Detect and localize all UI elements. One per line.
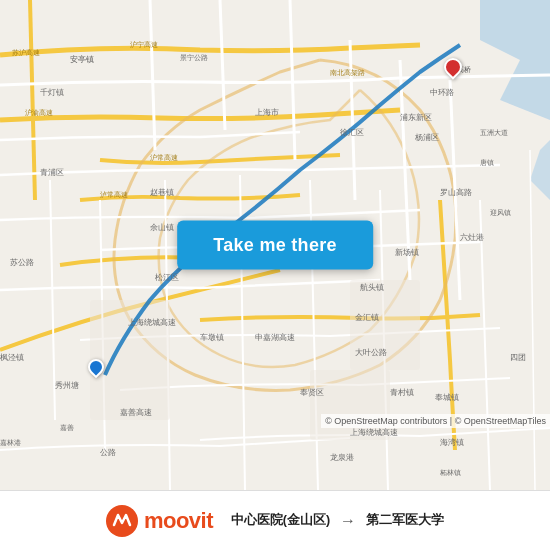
moovit-logo: moovit — [106, 505, 213, 537]
svg-text:六灶港: 六灶港 — [460, 233, 484, 242]
svg-text:青浦区: 青浦区 — [40, 168, 64, 177]
svg-text:唐镇: 唐镇 — [480, 159, 494, 167]
svg-text:五洲大道: 五洲大道 — [480, 129, 508, 136]
svg-text:上海绕城高速: 上海绕城高速 — [128, 318, 176, 327]
svg-text:嘉善: 嘉善 — [60, 423, 74, 432]
svg-text:泸常高速: 泸常高速 — [100, 191, 128, 198]
svg-text:青村镇: 青村镇 — [390, 388, 414, 397]
svg-text:浦东新区: 浦东新区 — [400, 113, 432, 122]
bottom-bar: moovit 中心医院(金山区) → 第二军医大学 — [0, 490, 550, 550]
svg-text:金汇镇: 金汇镇 — [355, 313, 379, 322]
svg-text:车墩镇: 车墩镇 — [200, 333, 224, 342]
origin-pin — [88, 359, 104, 375]
svg-text:苏公路: 苏公路 — [10, 258, 34, 267]
svg-text:中环路: 中环路 — [430, 88, 454, 97]
svg-text:千灯镇: 千灯镇 — [40, 88, 64, 97]
svg-text:龙泉港: 龙泉港 — [330, 453, 354, 462]
svg-text:沪渝高速: 沪渝高速 — [25, 109, 53, 116]
moovit-icon — [106, 505, 138, 537]
svg-text:上海绕城高速: 上海绕城高速 — [350, 428, 398, 437]
destination-pin — [444, 58, 462, 76]
svg-text:海湾镇: 海湾镇 — [440, 438, 464, 447]
moovit-brand-name: moovit — [144, 508, 213, 534]
svg-text:奉城镇: 奉城镇 — [435, 393, 459, 402]
svg-text:奉贤区: 奉贤区 — [300, 388, 324, 397]
svg-text:嘉林港: 嘉林港 — [0, 439, 21, 446]
svg-text:景宁公路: 景宁公路 — [180, 54, 208, 61]
map-attribution: © OpenStreetMap contributors | © OpenStr… — [321, 414, 550, 428]
take-me-there-button[interactable]: Take me there — [177, 221, 373, 270]
svg-text:枫泾镇: 枫泾镇 — [0, 353, 24, 362]
take-me-there-overlay: Take me there — [177, 221, 373, 270]
svg-text:公路: 公路 — [100, 448, 116, 457]
svg-text:赵巷镇: 赵巷镇 — [150, 188, 174, 197]
svg-text:秀州塘: 秀州塘 — [55, 381, 79, 390]
svg-text:上海市: 上海市 — [255, 108, 279, 117]
svg-text:杨浦区: 杨浦区 — [414, 133, 439, 142]
svg-text:航头镇: 航头镇 — [360, 283, 384, 292]
svg-text:余山镇: 余山镇 — [150, 223, 174, 232]
svg-text:沪常高速: 沪常高速 — [150, 154, 178, 161]
route-to: 第二军医大学 — [366, 512, 444, 529]
svg-text:嘉善高速: 嘉善高速 — [120, 408, 152, 417]
svg-text:南北高架路: 南北高架路 — [330, 69, 365, 76]
svg-text:罗山高路: 罗山高路 — [440, 188, 472, 197]
svg-text:安亭镇: 安亭镇 — [70, 55, 94, 64]
svg-text:迎风镇: 迎风镇 — [490, 209, 511, 217]
svg-text:大叶公路: 大叶公路 — [355, 348, 387, 357]
map-container: 千灯镇 青浦区 余山镇 苏公路 松江区 上海市 徐汇区 中环路 杨浦区 罗山高路… — [0, 0, 550, 490]
route-from: 中心医院(金山区) — [231, 512, 330, 529]
svg-text:申嘉湖高速: 申嘉湖高速 — [255, 333, 295, 342]
svg-text:徐汇区: 徐汇区 — [340, 128, 364, 137]
svg-text:新场镇: 新场镇 — [395, 248, 419, 257]
route-display: 中心医院(金山区) → 第二军医大学 — [231, 512, 444, 530]
svg-text:柘林镇: 柘林镇 — [439, 469, 461, 477]
svg-text:四团: 四团 — [510, 353, 526, 362]
svg-text:苏沪高速: 苏沪高速 — [12, 49, 40, 56]
route-arrow: → — [340, 512, 356, 530]
svg-text:沪宁高速: 沪宁高速 — [130, 41, 158, 48]
svg-text:松江区: 松江区 — [155, 273, 179, 282]
